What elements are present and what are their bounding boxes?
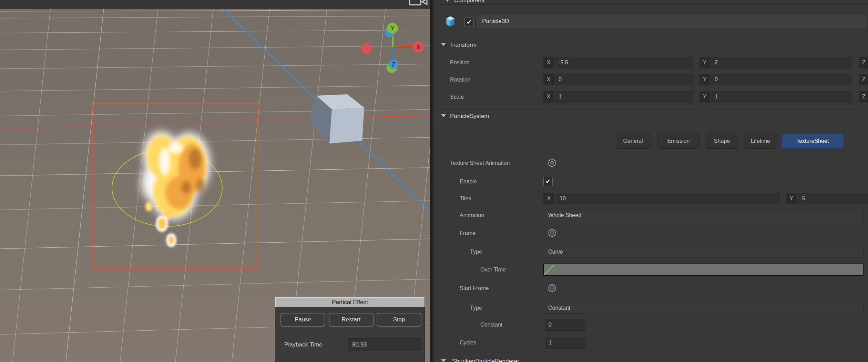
component-header-title[interactable]: Component <box>454 0 484 4</box>
tab-emission[interactable]: Emission <box>657 134 699 149</box>
position-x-axis-label: X <box>543 57 554 68</box>
tab-texturesheet[interactable]: TextureSheet <box>782 134 844 149</box>
inspector-left-guide <box>437 8 437 362</box>
position-y-axis-label: Y <box>699 57 710 68</box>
tiles-x-axis-label: X <box>543 193 554 204</box>
rotation-y-axis-label: Y <box>699 74 710 85</box>
particle-playback-panel: Partical Effect Pause Restart Stop Playb… <box>275 297 425 362</box>
gizmo-y-label: Y <box>391 25 395 31</box>
tiles-y-axis-label: Y <box>786 193 797 204</box>
position-x-input[interactable] <box>555 57 694 68</box>
position-y-input[interactable] <box>711 57 851 68</box>
particlesystem-collapse-icon[interactable] <box>441 114 446 117</box>
component-name-field[interactable] <box>477 15 866 28</box>
start-frame-type-dropdown[interactable]: Constant <box>543 302 864 314</box>
rotation-x-input[interactable] <box>555 74 694 85</box>
over-time-curve-preview[interactable] <box>543 264 864 276</box>
viewport-toolbar <box>0 0 430 9</box>
start-frame-label: Start Frame <box>460 285 489 291</box>
tab-lifetime[interactable]: Lifetime <box>744 134 777 149</box>
scale-x-axis-label: X <box>543 91 554 103</box>
frame-gizmo-icon[interactable] <box>547 228 557 238</box>
cycles-input[interactable] <box>545 337 585 349</box>
app-window: Y X Z Partical Effect Pause Restart Stop… <box>0 0 868 362</box>
add-icon[interactable]: + <box>446 0 449 4</box>
component-enabled-checkbox[interactable]: ✔ <box>464 18 474 27</box>
enable-checkbox[interactable]: ✔ <box>543 177 553 186</box>
texture-sheet-animation-label: Texture Sheet Animation <box>450 160 510 166</box>
rotation-label: Rotation <box>450 77 471 83</box>
3d-viewport[interactable]: Y X Z Partical Effect Pause Restart Stop… <box>0 0 430 362</box>
tiles-y-input[interactable] <box>798 193 868 204</box>
gizmo-neg-x-handle <box>361 44 372 54</box>
start-frame-type-label: Type <box>470 305 482 311</box>
animation-dropdown[interactable]: Whole Sheed <box>543 210 864 221</box>
renderer-section-title[interactable]: ShurikenParticleRenderer <box>452 358 519 362</box>
tab-general[interactable]: General <box>615 134 651 149</box>
tab-shape[interactable]: Shape <box>706 134 738 149</box>
texture-sheet-gizmo-icon[interactable] <box>547 158 557 168</box>
scale-y-axis-label: Y <box>699 91 710 103</box>
stop-button[interactable]: Stop <box>377 313 421 327</box>
scale-y-input[interactable] <box>711 91 851 103</box>
position-z-axis-label: Z <box>859 57 868 68</box>
tiles-label: Tiles <box>460 195 471 202</box>
particle3d-cube-icon <box>445 15 456 27</box>
transform-collapse-icon[interactable] <box>441 43 446 46</box>
scale-label: Scale <box>450 94 464 100</box>
gizmo-x-label: X <box>417 44 420 50</box>
cycles-label: Cycles <box>460 340 476 346</box>
frame-type-dropdown[interactable]: Curve <box>543 246 864 258</box>
constant-label: Constant <box>480 322 502 328</box>
pause-button[interactable]: Pause <box>280 313 325 327</box>
particlesystem-section-title[interactable]: ParticleSystem <box>450 113 489 120</box>
inspector-panel: + Component ✔ Transform Position X Y Z R… <box>432 0 868 362</box>
playback-panel-title[interactable]: Partical Effect <box>275 297 425 307</box>
tiles-x-input[interactable] <box>556 193 780 204</box>
over-time-label: Over Time <box>480 267 506 273</box>
gizmo-z-label: Z <box>392 62 395 67</box>
playback-time-input[interactable] <box>348 338 421 351</box>
animation-label: Animation <box>460 212 484 219</box>
position-label: Position <box>450 60 470 66</box>
scale-x-input[interactable] <box>555 91 694 103</box>
rotation-y-input[interactable] <box>711 74 851 85</box>
scale-z-axis-label: Z <box>859 91 868 103</box>
renderer-collapse-icon[interactable] <box>441 359 446 362</box>
constant-input[interactable] <box>545 319 585 331</box>
rotation-z-axis-label: Z <box>859 74 868 85</box>
transform-section-title[interactable]: Transform <box>450 42 477 49</box>
frame-type-label: Type <box>470 249 482 255</box>
enable-label: Enable <box>460 179 477 185</box>
curve-line <box>544 264 863 275</box>
frame-label: Frame <box>460 230 476 236</box>
camera-icon[interactable] <box>408 0 430 6</box>
rotation-x-axis-label: X <box>543 74 554 85</box>
start-frame-gizmo-icon[interactable] <box>547 283 557 293</box>
restart-button[interactable]: Restart <box>329 313 374 327</box>
playback-time-label: Playback Time <box>284 341 323 348</box>
